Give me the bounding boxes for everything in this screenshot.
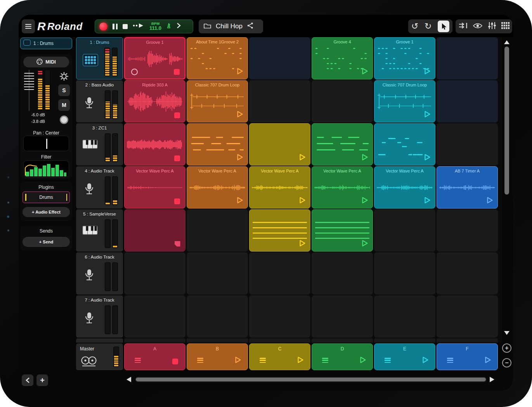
scene-play-button[interactable] [485, 356, 491, 365]
clip-play-button[interactable] [362, 240, 368, 248]
clip-slot-empty[interactable] [374, 295, 435, 338]
clip-stop-button[interactable] [174, 69, 180, 75]
clip-slot-empty[interactable] [437, 295, 498, 338]
clip-stop-button[interactable] [174, 198, 180, 204]
clip-play-button[interactable] [299, 153, 306, 162]
clip-untitled[interactable] [124, 123, 185, 166]
clip-untitled[interactable] [312, 209, 373, 252]
scene-play-button[interactable] [235, 356, 241, 365]
track-header-4[interactable]: 4 : Audio Track [76, 166, 123, 209]
metronome-icon[interactable] [166, 22, 171, 30]
song-title[interactable]: Chill Hop [216, 22, 243, 30]
scroll-right-button[interactable] [490, 377, 494, 384]
clip-slot-empty[interactable] [312, 80, 373, 122]
clip-slot-empty[interactable] [437, 252, 498, 295]
track-header-5[interactable]: 5 : SampleVerse [76, 209, 123, 252]
clip-untitled[interactable] [124, 209, 185, 252]
solo-button[interactable]: S [58, 85, 70, 96]
clip-slot-empty[interactable] [249, 295, 310, 338]
clip-play-button[interactable] [299, 240, 306, 248]
track-header-1[interactable]: 1 : Drums [76, 37, 123, 79]
clip-vector-wave-perc-a[interactable]: Vector Wave Perc A [312, 166, 373, 209]
collapse-sidebar-button[interactable] [22, 374, 33, 386]
scene-button-e[interactable]: E [374, 343, 435, 370]
scene-button-c[interactable]: C [249, 343, 310, 370]
share-icon[interactable] [247, 22, 254, 31]
clip-groove-1[interactable]: Groove 1 [124, 37, 185, 79]
clip-riptide-303-a[interactable]: Riptide 303 A [124, 80, 185, 122]
scroll-left-button[interactable] [127, 377, 131, 384]
step-play-button[interactable] [133, 23, 144, 30]
scene-menu-icon[interactable] [447, 357, 453, 364]
track-header-2[interactable]: 2 : Bass Audio [76, 80, 123, 122]
filter-display[interactable] [23, 160, 69, 178]
clip-untitled[interactable] [249, 209, 310, 252]
midi-button[interactable]: MIDI [23, 57, 69, 67]
clip-slot-partial[interactable] [124, 338, 185, 343]
clip-play-button[interactable] [487, 197, 493, 205]
clip-slot-empty[interactable] [374, 252, 435, 295]
volume-fader[interactable] [24, 70, 34, 111]
clip-slot-empty[interactable] [437, 123, 498, 166]
redo-button[interactable]: ↻ [425, 22, 431, 31]
master-track-header[interactable]: Master [76, 343, 123, 370]
scene-button-f[interactable]: F [437, 343, 498, 370]
scene-button-b[interactable]: B [187, 343, 248, 370]
fader-handle[interactable] [24, 73, 34, 90]
clip-untitled[interactable] [187, 123, 248, 166]
clip-vector-wave-perc-a[interactable]: Vector Wave Perc A [249, 166, 310, 209]
clip-slot-empty[interactable] [312, 295, 373, 338]
clip-groove-1[interactable]: Groove 1 [374, 37, 435, 79]
menu-button[interactable] [22, 19, 35, 33]
scene-button-a[interactable]: A [124, 343, 185, 370]
clip-slot-empty[interactable] [249, 252, 310, 295]
pan-slider[interactable] [23, 136, 69, 151]
cursor-tool-button[interactable] [438, 21, 449, 32]
clip-vector-wave-perc-a[interactable]: Vector Wave Perc A [374, 166, 435, 209]
clip-slot-empty[interactable] [187, 295, 248, 338]
bpm-display[interactable]: BPM 111.0 [149, 22, 161, 31]
clip-stop-button[interactable] [174, 112, 180, 118]
clip-slot-empty[interactable] [249, 37, 310, 79]
clip-play-button[interactable] [362, 67, 368, 76]
scene-menu-icon[interactable] [197, 357, 203, 364]
scroll-up-button[interactable] [504, 39, 509, 46]
scroll-down-button[interactable] [504, 329, 509, 336]
clip-play-button[interactable] [237, 67, 243, 76]
clip-vector-wave-perc-a[interactable]: Vector Wave Perc A [124, 166, 185, 209]
scene-play-button[interactable] [422, 356, 429, 365]
clip-stop-button[interactable] [174, 155, 180, 161]
zoom-in-button[interactable]: + [502, 343, 511, 353]
horizontal-scrollbar[interactable] [135, 377, 487, 382]
zoom-out-button[interactable]: − [502, 358, 511, 367]
clip-vector-wave-perc-a[interactable]: Vector Wave Perc A [187, 166, 248, 209]
mixer-sliders-button[interactable] [488, 22, 496, 31]
scene-button-d[interactable]: D [312, 343, 373, 370]
track-settings-button[interactable] [58, 71, 70, 82]
undo-button[interactable]: ↺ [411, 22, 418, 31]
clip-play-button[interactable] [424, 153, 431, 162]
clip-slot-empty[interactable] [124, 252, 185, 295]
clip-slot-empty[interactable] [437, 80, 498, 122]
clip-play-button[interactable] [424, 110, 431, 119]
pause-button[interactable] [113, 24, 118, 29]
clip-groove-4[interactable]: Groove 4 [312, 37, 373, 79]
transport-expand-chevron[interactable] [176, 22, 181, 30]
clip-slot-partial[interactable] [249, 338, 310, 343]
add-track-button[interactable]: + [36, 374, 48, 386]
track-header-7[interactable]: 7 : Audio Track [76, 295, 123, 338]
add-audio-effect-button[interactable]: + Audio Effect [23, 207, 70, 217]
clip-about-time-1groove-2[interactable]: About Time 1Groove 2 [187, 37, 248, 79]
scene-play-button[interactable] [297, 356, 304, 365]
add-send-button[interactable]: + Send [23, 237, 70, 247]
clip-play-button[interactable] [424, 197, 431, 205]
clip-slot-empty[interactable] [249, 80, 310, 122]
record-arm-button[interactable] [58, 114, 70, 126]
horizontal-scroll-thumb[interactable] [136, 378, 486, 381]
clip-play-button[interactable] [237, 197, 243, 205]
track-header-3[interactable]: 3 : ZC1 [76, 123, 123, 166]
clip-slot-partial[interactable] [312, 338, 373, 343]
clip-untitled[interactable] [249, 123, 310, 166]
clip-play-button[interactable] [362, 153, 368, 162]
clip-slot-empty[interactable] [437, 37, 498, 79]
